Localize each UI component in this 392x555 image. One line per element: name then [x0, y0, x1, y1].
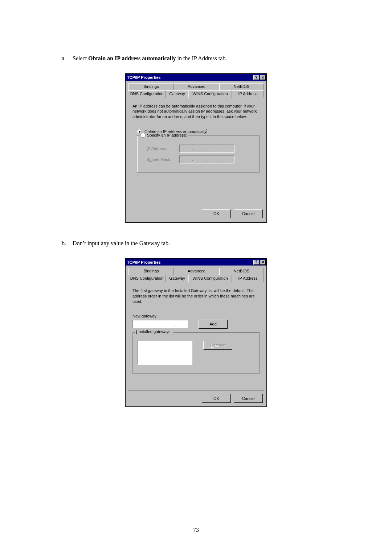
list-letter: a. — [62, 54, 68, 62]
ok-button[interactable]: OK — [202, 394, 231, 403]
tcpip-dialog-ipaddress: TCP/IP Properties ? ✕ Bindings Advanced … — [125, 73, 267, 223]
text: in the IP Address tab. — [176, 55, 227, 61]
specify-groupbox: Specify an IP address: IP Address: ... S… — [137, 135, 260, 173]
tab-gateway[interactable]: Gateway — [166, 275, 188, 282]
instruction-a: a. Select Obtain an IP address automatic… — [62, 54, 330, 62]
window-title: TCP/IP Properties — [127, 75, 253, 80]
ip-address-field: IP Address: ... — [147, 145, 255, 153]
tab-ipaddress[interactable]: IP Address — [232, 90, 264, 98]
ip-address-input: ... — [179, 145, 234, 153]
subnet-field: Subnet Mask: ... — [147, 155, 255, 163]
tcpip-dialog-gateway: TCP/IP Properties ? ✕ Bindings Advanced … — [125, 258, 267, 407]
instruction-text: Don’t input any value in the Gateway tab… — [73, 239, 170, 247]
field-label: IP Address: — [147, 146, 176, 151]
tab-bindings[interactable]: Bindings — [128, 83, 174, 90]
text: Select — [73, 55, 88, 61]
instruction-b: b. Don’t input any value in the Gateway … — [62, 239, 330, 247]
window-title: TCP/IP Properties — [127, 260, 253, 264]
add-button[interactable]: Add — [199, 320, 228, 329]
u: I — [136, 329, 137, 334]
titlebar: TCP/IP Properties ? ✕ — [126, 74, 266, 81]
close-icon[interactable]: ✕ — [260, 75, 266, 80]
tab-content: An IP address can be automatically assig… — [128, 97, 264, 206]
radio-icon — [140, 133, 146, 138]
ok-button[interactable]: OK — [202, 209, 231, 218]
radio-label: Specify an IP address: — [147, 133, 187, 137]
tab-netbios[interactable]: NetBIOS — [219, 83, 264, 90]
t: pecify an IP address: — [150, 133, 187, 137]
tab-advanced[interactable]: Advanced — [174, 83, 219, 90]
subnet-input: ... — [179, 155, 234, 163]
remove-button: Remove — [203, 341, 232, 350]
installed-label: Installed gateways: — [135, 329, 173, 334]
tab-wins[interactable]: WINS Configuration — [188, 90, 232, 98]
tab-netbios[interactable]: NetBIOS — [219, 268, 264, 275]
tab-ipaddress[interactable]: IP Address — [232, 275, 264, 282]
bold-text: Obtain an IP address automatically — [88, 55, 176, 61]
t: bnet Mask: — [151, 157, 171, 162]
tab-gateway[interactable]: Gateway — [166, 90, 188, 98]
field-label: Subnet Mask: — [147, 157, 176, 162]
new-gateway-input[interactable]: ... — [132, 320, 188, 328]
list-letter: b. — [62, 239, 68, 247]
titlebar: TCP/IP Properties ? ✕ — [126, 259, 266, 266]
close-icon[interactable]: ✕ — [260, 260, 266, 265]
installed-groupbox: Installed gateways: Remove — [132, 332, 260, 374]
cancel-button[interactable]: Cancel — [234, 209, 263, 218]
instruction-text: Select Obtain an IP address automaticall… — [73, 54, 227, 62]
tab-bindings[interactable]: Bindings — [128, 268, 174, 275]
t: nstalled gateways: — [139, 329, 172, 334]
tab-dns[interactable]: DNS Configuration — [128, 90, 166, 98]
t: P Address: — [148, 146, 167, 151]
page-number: 73 — [0, 527, 392, 533]
cancel-button[interactable]: Cancel — [234, 394, 263, 403]
installed-gateways-list[interactable] — [137, 341, 192, 365]
t: emove — [213, 343, 225, 347]
radio-specify[interactable]: Specify an IP address: — [139, 133, 188, 138]
description-text: An IP address can be automatically assig… — [132, 104, 260, 120]
t: ew gateway: — [135, 314, 158, 318]
tab-advanced[interactable]: Advanced — [174, 268, 219, 275]
new-gateway-label: New gateway: — [132, 314, 260, 318]
u: A — [209, 322, 212, 326]
help-icon[interactable]: ? — [253, 75, 259, 80]
tab-wins[interactable]: WINS Configuration — [188, 275, 232, 282]
tab-dns[interactable]: DNS Configuration — [128, 275, 166, 282]
description-text: The first gateway in the Installed Gatew… — [132, 288, 260, 304]
t: dd — [212, 322, 217, 326]
u: N — [132, 314, 135, 318]
help-icon[interactable]: ? — [253, 260, 259, 265]
tab-content: The first gateway in the Installed Gatew… — [128, 282, 264, 391]
